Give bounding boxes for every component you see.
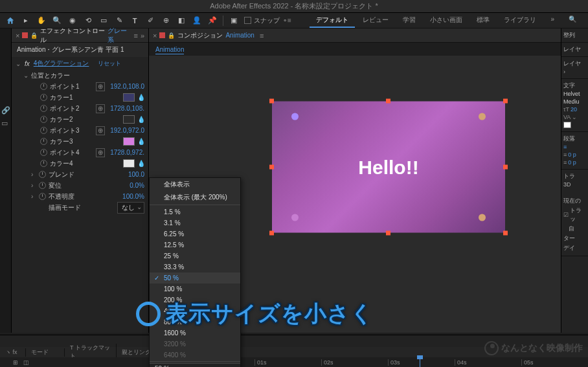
- panel-overflow-icon[interactable]: »: [141, 32, 144, 39]
- color-swatch[interactable]: [123, 137, 135, 146]
- layer-panel-header-2[interactable]: レイヤ ›: [561, 57, 588, 79]
- effects-panel-tab[interactable]: × 🔒 エフェクトコントロール グレー系 ≡ »: [12, 28, 148, 43]
- selection-handle[interactable]: [386, 99, 390, 104]
- gradient-point-4[interactable]: [479, 214, 486, 221]
- folder-icon[interactable]: ▭: [1, 119, 10, 128]
- link-icon[interactable]: 🔗: [1, 106, 10, 115]
- prop-value[interactable]: 1728.0,972.: [110, 149, 144, 156]
- stopwatch-icon[interactable]: [40, 138, 47, 145]
- zoom-option[interactable]: 1.5 %: [150, 206, 240, 217]
- zoom-option-fit200[interactable]: 全体表示 (最大 200%): [150, 191, 240, 205]
- disclosure-arrow-icon[interactable]: ›: [31, 193, 36, 200]
- zoom-option[interactable]: 3.1 %: [150, 217, 240, 228]
- text-tool-icon[interactable]: T: [130, 16, 140, 26]
- gradient-point-3[interactable]: [291, 214, 299, 221]
- fill-swatch[interactable]: [563, 122, 571, 128]
- selection-handle[interactable]: [503, 99, 508, 104]
- font-size[interactable]: 20: [571, 106, 577, 113]
- toggle-switches-icon[interactable]: ◫: [23, 359, 29, 366]
- toggle-switches-icon[interactable]: ⊞: [13, 359, 18, 366]
- zoom-option[interactable]: 6.25 %: [150, 228, 240, 239]
- playhead[interactable]: [420, 357, 420, 367]
- stopwatch-icon[interactable]: [39, 182, 46, 189]
- paragraph-panel[interactable]: 段落 ≡ ≡ 0 p ≡ 0 p: [561, 132, 588, 170]
- shape-tool-icon[interactable]: ▭: [98, 16, 109, 26]
- zoom-option[interactable]: 12.5 %: [150, 239, 240, 250]
- color-swatch[interactable]: [123, 115, 135, 124]
- zoom-option[interactable]: 100 %: [150, 284, 240, 295]
- eraser-tool-icon[interactable]: ◧: [176, 16, 187, 26]
- reset-link[interactable]: リセット: [98, 60, 121, 68]
- home-icon[interactable]: [5, 16, 16, 26]
- position-target-icon[interactable]: ⊕: [96, 82, 105, 91]
- selection-handle[interactable]: [503, 231, 508, 236]
- color-swatch[interactable]: [123, 93, 135, 102]
- workspace-tab-library[interactable]: ライブラリ: [497, 14, 543, 28]
- prop-value[interactable]: 192.0,108.0: [110, 83, 144, 90]
- selection-handle[interactable]: [269, 99, 274, 104]
- selection-handle[interactable]: [503, 164, 508, 169]
- timeline-ruler[interactable]: ⊞ ◫ :00s 01s 02s 03s 04s 05s: [0, 357, 588, 367]
- search-icon[interactable]: 🔍: [562, 14, 583, 28]
- stopwatch-icon[interactable]: [39, 171, 46, 178]
- workspace-tab-review[interactable]: レビュー: [356, 14, 395, 28]
- viewer-area[interactable]: Hello!! 全体表示 全体表示 (最大 200%) 1.5 % 3.1 % …: [149, 56, 561, 333]
- pen-tool-icon[interactable]: ✎: [114, 16, 124, 26]
- disclosure-arrow-icon[interactable]: ›: [31, 182, 36, 189]
- close-icon[interactable]: ×: [153, 32, 157, 39]
- font-weight[interactable]: Mediu: [563, 98, 586, 106]
- disclosure-arrow-icon[interactable]: ⌄: [16, 60, 21, 67]
- prop-value[interactable]: 1728.0,108.: [110, 105, 144, 112]
- eyedropper-icon[interactable]: 💧: [137, 138, 144, 145]
- composition-canvas[interactable]: Hello!!: [272, 102, 505, 233]
- zoom-option-selected[interactable]: 50 %: [150, 272, 240, 284]
- prop-value[interactable]: 0.0%: [130, 182, 144, 189]
- breadcrumb-item[interactable]: Animation: [155, 46, 184, 54]
- snap-dropdown-icon[interactable]: ⚬≡: [282, 17, 291, 24]
- gradient-point-2[interactable]: [479, 113, 486, 120]
- workspace-tab-default[interactable]: デフォルト: [310, 14, 355, 28]
- close-icon[interactable]: ×: [16, 32, 19, 39]
- effect-header[interactable]: ⌄ fx 4色グラデーション リセット: [12, 57, 148, 70]
- stopwatch-icon[interactable]: [40, 116, 47, 123]
- stopwatch-icon[interactable]: [40, 83, 47, 90]
- brush-tool-icon[interactable]: ✐: [145, 16, 155, 26]
- font-family[interactable]: Helvet: [563, 90, 586, 98]
- comp-name[interactable]: Animation: [225, 32, 254, 39]
- fx-badge[interactable]: fx: [25, 60, 30, 67]
- stopwatch-icon[interactable]: [40, 94, 47, 101]
- tracker-panel[interactable]: トラ 3D 現在の ☑トラッ 自 ター デイ: [561, 170, 588, 256]
- lock-icon[interactable]: 🔒: [30, 32, 38, 39]
- zoom-current-display[interactable]: 50 % ⌄: [150, 363, 240, 367]
- selection-handle[interactable]: [386, 231, 390, 236]
- workspace-overflow-icon[interactable]: »: [544, 14, 561, 28]
- kerning-icon[interactable]: ⌄: [572, 114, 577, 120]
- roto-tool-icon[interactable]: 👤: [192, 16, 202, 26]
- position-target-icon[interactable]: ⊕: [96, 126, 105, 135]
- text-layer[interactable]: Hello!!: [358, 156, 418, 178]
- zoom-option-fit[interactable]: 全体表示: [150, 178, 240, 191]
- disclosure-arrow-icon[interactable]: ⌄: [23, 72, 28, 79]
- comp-menu-icon[interactable]: ≡: [260, 32, 264, 39]
- selection-handle[interactable]: [269, 164, 274, 169]
- rotate-tool-icon[interactable]: ⟲: [83, 16, 93, 26]
- character-panel[interactable]: 文字 Helvet Mediu τT 20 VA ⌄: [561, 79, 588, 132]
- stopwatch-icon[interactable]: [40, 160, 47, 167]
- hand-tool-icon[interactable]: ✋: [36, 16, 47, 26]
- stopwatch-icon[interactable]: [40, 105, 47, 112]
- gradient-point-1[interactable]: [291, 113, 299, 120]
- zoom-option[interactable]: 1600 %: [150, 328, 240, 339]
- prop-value[interactable]: 100.0%: [122, 193, 144, 200]
- zoom-tool-icon[interactable]: 🔍: [52, 16, 62, 26]
- panel-menu-icon[interactable]: ≡: [133, 32, 137, 39]
- position-target-icon[interactable]: ⊕: [96, 148, 105, 157]
- draw-mode-dropdown[interactable]: なし ⌄: [117, 202, 144, 214]
- lock-icon[interactable]: 🔒: [168, 32, 175, 39]
- snap-checkbox[interactable]: [244, 17, 251, 24]
- selection-tool-icon[interactable]: ▸: [21, 16, 31, 26]
- mask-tool-icon[interactable]: ▣: [229, 16, 239, 26]
- prop-group-position-color[interactable]: ⌄ 位置とカラー: [12, 70, 148, 81]
- workspace-tab-learn[interactable]: 学習: [396, 14, 422, 28]
- clone-tool-icon[interactable]: ⊕: [161, 16, 171, 26]
- position-target-icon[interactable]: ⊕: [96, 104, 105, 113]
